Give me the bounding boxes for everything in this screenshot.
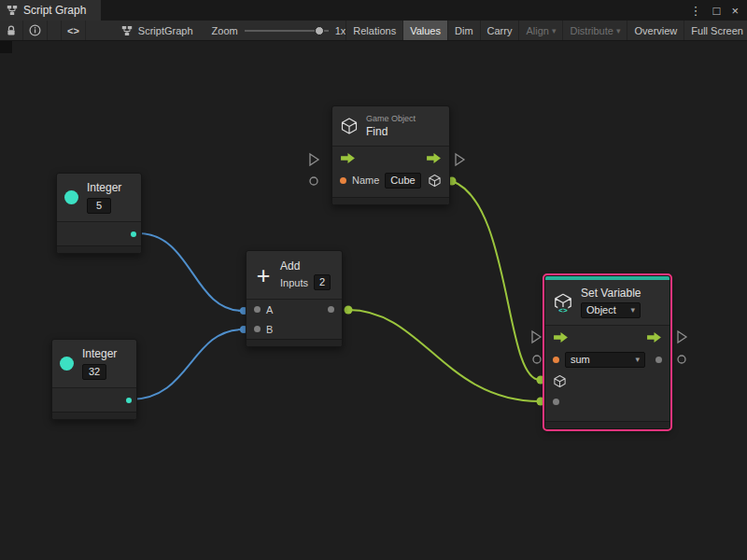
- toolbar-buttons: Relations Values Dim Carry Align ▾ Distr…: [345, 21, 747, 40]
- align-button[interactable]: Align ▾: [518, 21, 562, 40]
- wire-integer32-to-add-b: [131, 329, 243, 399]
- name-value-field[interactable]: Cube: [385, 173, 420, 189]
- setvariable-flow-in-port[interactable]: [532, 331, 541, 343]
- port-a-label: A: [266, 304, 273, 315]
- inputs-label: Inputs: [280, 277, 308, 288]
- zoom-slider-knob[interactable]: [315, 26, 324, 35]
- integer-type-icon: [64, 190, 78, 204]
- integer-value-field[interactable]: 32: [82, 364, 106, 380]
- game-object-output-icon[interactable]: [428, 174, 442, 188]
- close-icon[interactable]: ×: [731, 5, 739, 17]
- find-target-in-port[interactable]: [310, 177, 317, 185]
- node-footer: [332, 197, 449, 204]
- setvariable-flow-out-port[interactable]: [678, 331, 686, 343]
- zoom-slider[interactable]: [245, 24, 329, 37]
- target-object-port-icon[interactable]: [553, 374, 567, 388]
- graph-name: ScriptGraph: [138, 25, 193, 36]
- scope-value: Object: [586, 304, 616, 316]
- find-flow-in-port[interactable]: [310, 154, 318, 165]
- variable-name-port-dot[interactable]: [553, 357, 559, 363]
- tab-script-graph[interactable]: Script Graph: [0, 0, 101, 21]
- game-object-icon: [340, 117, 359, 135]
- add-output-connection[interactable]: [345, 306, 353, 315]
- node-title: Integer: [87, 181, 121, 194]
- graph-breadcrumb[interactable]: ScriptGraph: [114, 21, 201, 40]
- node-ports: [57, 221, 141, 245]
- node-title: Set Variable: [581, 287, 641, 300]
- node-header: Game Object Find: [332, 106, 449, 146]
- scope-dropdown[interactable]: Object ▾: [581, 302, 641, 318]
- add-node[interactable]: + Add Inputs 2 A B: [246, 250, 343, 347]
- distribute-button[interactable]: Distribute ▾: [562, 21, 627, 40]
- graph-canvas[interactable]: Integer 5 Integer 32: [0, 41, 747, 560]
- node-header: + Add Inputs 2: [247, 251, 342, 299]
- dim-button[interactable]: Dim: [447, 21, 480, 40]
- carry-button[interactable]: Carry: [480, 21, 519, 40]
- script-graph-icon: [7, 5, 18, 16]
- integer-type-icon: [60, 357, 74, 371]
- wire-find-to-setvariable-object: [452, 181, 540, 380]
- node-title: Find: [366, 125, 416, 138]
- node-category: Game Object: [366, 114, 416, 123]
- lock-button[interactable]: [0, 21, 23, 40]
- integer-output-dot[interactable]: [131, 231, 136, 237]
- flow-out-arrow-icon[interactable]: [426, 152, 442, 164]
- inputs-count-field[interactable]: 2: [314, 274, 331, 290]
- overview-button[interactable]: Overview: [627, 21, 684, 40]
- titlebar-controls: ⋮ □ ×: [690, 0, 747, 21]
- node-ports: sum ▾: [545, 325, 669, 421]
- variable-name-value: sum: [571, 354, 590, 366]
- node-footer: [545, 421, 669, 428]
- zoom-value: 1x: [335, 25, 346, 36]
- integer-value-field[interactable]: 5: [87, 198, 111, 214]
- values-button[interactable]: Values: [402, 21, 447, 40]
- port-b-label: B: [266, 324, 273, 335]
- set-variable-node[interactable]: <> Set Variable Object ▾: [544, 275, 670, 429]
- add-port-a-dot[interactable]: [254, 306, 261, 313]
- add-port-b-dot[interactable]: [254, 326, 261, 332]
- setvariable-value-out-port[interactable]: [678, 356, 685, 363]
- add-output-dot[interactable]: [328, 306, 334, 313]
- chevron-down-icon: ▾: [630, 304, 635, 316]
- zoom-label: Zoom: [212, 25, 238, 36]
- node-header: Integer 5: [57, 174, 141, 221]
- maximize-icon[interactable]: □: [713, 5, 721, 17]
- setvariable-name-in-port[interactable]: [533, 356, 541, 363]
- node-footer: [52, 412, 136, 419]
- node-footer: [247, 339, 342, 346]
- inspect-button[interactable]: [23, 21, 48, 40]
- code-view-button[interactable]: <>: [61, 21, 86, 40]
- node-ports: [52, 387, 136, 412]
- chevron-down-icon: ▾: [635, 354, 640, 366]
- chevron-down-icon: ▾: [616, 26, 621, 35]
- name-label: Name: [352, 175, 379, 186]
- flow-in-arrow-icon[interactable]: [340, 152, 356, 164]
- find-node[interactable]: Game Object Find Name Cube: [331, 105, 450, 205]
- node-ports: A B: [247, 299, 342, 339]
- tab-label: Script Graph: [23, 4, 86, 17]
- distribute-label: Distribute: [570, 25, 613, 36]
- variable-name-dropdown[interactable]: sum ▾: [565, 352, 645, 368]
- info-icon: [29, 24, 41, 36]
- flow-out-arrow-icon[interactable]: [646, 331, 662, 343]
- wire-add-to-setvariable-value: [348, 310, 540, 401]
- integer-node[interactable]: Integer 5: [56, 173, 142, 254]
- full-screen-button[interactable]: Full Screen: [684, 21, 747, 40]
- titlebar: Script Graph ⋮ □ ×: [0, 0, 747, 21]
- variable-output-dot[interactable]: [655, 357, 662, 363]
- flow-in-arrow-icon[interactable]: [553, 331, 569, 343]
- relations-button[interactable]: Relations: [345, 21, 402, 40]
- node-header: Integer 32: [52, 340, 136, 387]
- node-title: Integer: [82, 347, 117, 360]
- find-flow-out-port[interactable]: [456, 154, 464, 165]
- code-icon: <>: [67, 25, 79, 36]
- lock-icon: [6, 25, 17, 36]
- node-footer: [57, 245, 141, 253]
- align-label: Align: [526, 25, 548, 36]
- name-port-dot[interactable]: [340, 177, 346, 184]
- value-input-dot[interactable]: [553, 399, 559, 405]
- wire-integer5-to-add-a: [138, 233, 243, 311]
- integer-output-dot[interactable]: [126, 398, 132, 403]
- menu-icon[interactable]: ⋮: [690, 5, 702, 17]
- integer-node[interactable]: Integer 32: [51, 339, 137, 420]
